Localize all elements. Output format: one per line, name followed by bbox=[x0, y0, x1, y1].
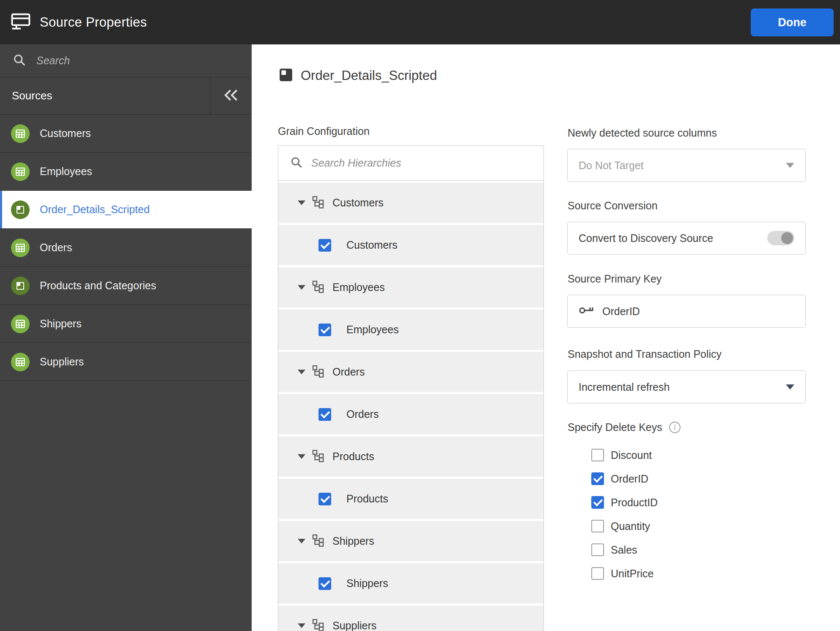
source-item-label: Suppliers bbox=[40, 356, 84, 368]
sidebar-source-item[interactable]: Products and Categories bbox=[0, 267, 252, 305]
chevron-down-icon bbox=[786, 384, 794, 390]
sidebar-search[interactable] bbox=[0, 44, 252, 77]
expander-triangle-icon[interactable] bbox=[298, 454, 305, 459]
grain-checkbox[interactable] bbox=[318, 493, 331, 505]
sidebar-source-item[interactable]: Order_Details_Scripted bbox=[0, 191, 252, 229]
sources-label: Sources bbox=[0, 89, 52, 102]
expander-triangle-icon[interactable] bbox=[298, 539, 305, 543]
newly-detected-select[interactable]: Do Not Target bbox=[567, 149, 806, 182]
delete-key-row: Sales bbox=[591, 538, 658, 562]
convert-to-discovery-label: Convert to Discovery Source bbox=[579, 232, 713, 244]
source-type-icon bbox=[11, 162, 30, 181]
source-item-label: Order_Details_Scripted bbox=[40, 203, 150, 216]
grain-child-label: Employees bbox=[346, 324, 399, 336]
grain-checkbox[interactable] bbox=[318, 239, 331, 252]
expander-triangle-icon[interactable] bbox=[298, 623, 305, 628]
newly-detected-label: Newly detected source columns bbox=[568, 127, 717, 139]
grain-checkbox[interactable] bbox=[318, 577, 331, 590]
delete-key-label: UnitPrice bbox=[611, 568, 653, 580]
grain-checkbox[interactable] bbox=[318, 408, 331, 421]
hierarchy-child-row: Employees bbox=[278, 310, 544, 350]
source-list: Customers Employees bbox=[0, 115, 252, 381]
delete-key-label: ProductID bbox=[611, 497, 658, 509]
grain-group-label: Suppliers bbox=[332, 620, 376, 631]
schema-icon bbox=[11, 13, 30, 32]
hierarchy-group-row[interactable]: Suppliers bbox=[278, 606, 544, 631]
grain-rows: Customers Customers Employees Employees bbox=[278, 183, 544, 631]
info-icon[interactable]: i bbox=[669, 422, 681, 433]
hierarchy-child-row: Orders bbox=[278, 394, 544, 434]
double-chevron-left-icon bbox=[224, 89, 239, 103]
sidebar-source-item[interactable]: Shippers bbox=[0, 305, 252, 343]
grain-group-label: Shippers bbox=[332, 535, 374, 547]
expander-triangle-icon[interactable] bbox=[298, 370, 305, 374]
sidebar-source-item[interactable]: Suppliers bbox=[0, 343, 252, 381]
grain-child-label: Shippers bbox=[346, 577, 388, 590]
delete-key-label: OrderID bbox=[611, 473, 648, 485]
sidebar: Sources bbox=[0, 44, 252, 631]
source-conversion-label: Source Conversion bbox=[568, 200, 658, 212]
hierarchy-icon bbox=[312, 280, 325, 295]
grain-checkbox[interactable] bbox=[318, 324, 331, 336]
grain-group-label: Employees bbox=[332, 281, 385, 294]
convert-to-discovery-toggle[interactable] bbox=[767, 231, 794, 245]
specify-delete-keys-label: Specify Delete Keys bbox=[568, 421, 662, 433]
delete-key-row: OrderID bbox=[591, 467, 658, 491]
delete-key-checkbox[interactable] bbox=[591, 520, 604, 532]
hierarchy-group-row[interactable]: Orders bbox=[278, 352, 544, 392]
page-title: Order_Details_Scripted bbox=[301, 68, 437, 83]
snapshot-policy-select[interactable]: Incremental refresh bbox=[567, 370, 806, 403]
page-title-row: Order_Details_Scripted bbox=[279, 68, 437, 84]
source-type-icon bbox=[11, 315, 30, 333]
hierarchy-child-row: Customers bbox=[278, 225, 544, 265]
delete-keys-list: Discount OrderID ProductID Quantity Sale… bbox=[591, 443, 658, 585]
delete-key-checkbox[interactable] bbox=[591, 496, 604, 509]
hierarchy-search-input[interactable] bbox=[311, 157, 537, 169]
sidebar-source-item[interactable]: Customers bbox=[0, 115, 252, 153]
grain-configuration-panel: Customers Customers Employees Employees bbox=[278, 145, 544, 631]
source-type-icon bbox=[11, 124, 30, 143]
delete-key-row: UnitPrice bbox=[591, 562, 658, 585]
source-item-label: Shippers bbox=[40, 318, 82, 330]
hierarchy-group-row[interactable]: Shippers bbox=[278, 521, 544, 561]
hierarchy-child-row: Shippers bbox=[278, 563, 544, 604]
hierarchy-icon bbox=[312, 450, 325, 464]
delete-key-checkbox[interactable] bbox=[591, 472, 604, 485]
expander-triangle-icon[interactable] bbox=[298, 285, 305, 290]
sidebar-source-item[interactable]: Orders bbox=[0, 229, 252, 267]
hierarchy-group-row[interactable]: Employees bbox=[278, 267, 544, 307]
source-primary-key-label: Source Primary Key bbox=[568, 273, 662, 285]
hierarchy-icon bbox=[312, 619, 325, 631]
sidebar-search-input[interactable] bbox=[36, 55, 245, 67]
search-icon bbox=[290, 156, 303, 170]
delete-key-label: Sales bbox=[611, 544, 637, 556]
grain-configuration-heading: Grain Configuration bbox=[278, 125, 370, 137]
hierarchy-icon bbox=[312, 365, 325, 379]
hierarchy-group-row[interactable]: Customers bbox=[278, 183, 544, 223]
source-type-icon bbox=[11, 239, 30, 257]
key-icon bbox=[579, 305, 595, 318]
hierarchy-icon bbox=[312, 534, 325, 549]
source-type-icon bbox=[11, 277, 30, 295]
expander-triangle-icon[interactable] bbox=[298, 200, 305, 205]
delete-key-checkbox[interactable] bbox=[591, 567, 604, 580]
collapse-sidebar-button[interactable] bbox=[210, 77, 252, 114]
sources-header: Sources bbox=[0, 77, 252, 115]
scripted-table-icon bbox=[279, 68, 293, 84]
sidebar-source-item[interactable]: Employees bbox=[0, 153, 252, 191]
grain-group-label: Products bbox=[332, 450, 374, 463]
grain-group-label: Orders bbox=[332, 366, 365, 378]
hierarchy-group-row[interactable]: Products bbox=[278, 436, 544, 477]
window-title: Source Properties bbox=[40, 15, 147, 30]
source-type-icon bbox=[11, 200, 30, 219]
delete-key-checkbox[interactable] bbox=[591, 543, 604, 556]
chevron-down-icon bbox=[786, 163, 794, 168]
source-primary-key-field[interactable]: OrderID bbox=[567, 295, 806, 328]
delete-key-checkbox[interactable] bbox=[591, 449, 604, 461]
hierarchy-child-row: Products bbox=[278, 479, 544, 519]
specify-delete-keys-header: Specify Delete Keys i bbox=[568, 421, 681, 433]
source-settings-panel: Newly detected source columns Do Not Tar… bbox=[567, 0, 806, 631]
delete-key-label: Quantity bbox=[611, 520, 650, 532]
hierarchy-search[interactable] bbox=[278, 146, 544, 181]
source-item-label: Customers bbox=[40, 127, 91, 140]
